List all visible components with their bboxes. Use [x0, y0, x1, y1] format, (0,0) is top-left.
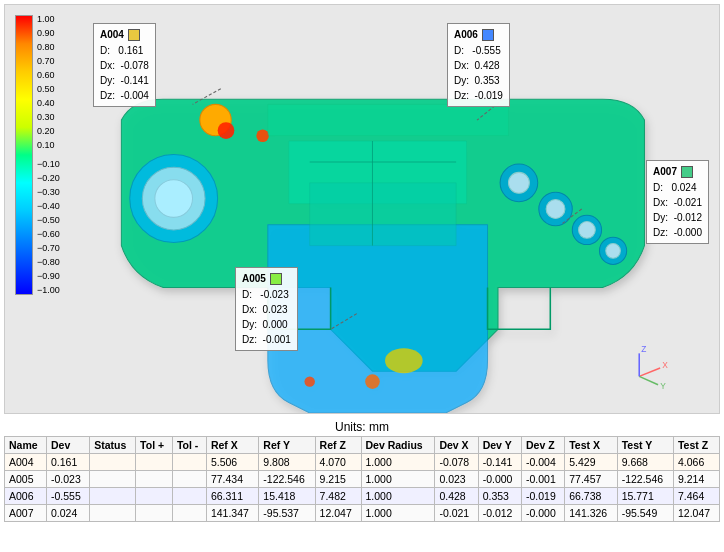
ann-a004-swatch: [128, 29, 140, 41]
cell-devx: 0.023: [435, 471, 478, 488]
cell-tolplus: [136, 471, 173, 488]
cell-devz: -0.019: [521, 488, 564, 505]
cell-devz: -0.001: [521, 471, 564, 488]
ann-a005-dy: Dy: 0.000: [242, 317, 291, 332]
ann-a006-dz: Dz: -0.019: [454, 88, 503, 103]
legend-label: −0.80: [37, 258, 60, 267]
legend-label: −0.20: [37, 174, 60, 183]
cell-testz: 4.066: [673, 454, 719, 471]
col-status: Status: [90, 437, 136, 454]
svg-line-25: [639, 376, 658, 384]
cell-name: A006: [5, 488, 47, 505]
cell-name: A007: [5, 505, 47, 522]
table-row: A0070.024141.347-95.53712.0471.000-0.021…: [5, 505, 720, 522]
legend-label: 0.40: [37, 99, 60, 108]
ann-a004-dx: Dx: -0.078: [100, 58, 149, 73]
legend-label: 0.20: [37, 127, 60, 136]
cell-refy: 15.418: [259, 488, 315, 505]
cell-tolminus: [172, 505, 206, 522]
ann-a007-dx: Dx: -0.021: [653, 195, 702, 210]
cell-dev: 0.161: [46, 454, 89, 471]
col-ref-z: Ref Z: [315, 437, 361, 454]
units-label: Units: mm: [0, 418, 724, 436]
legend-bar: [15, 15, 33, 295]
legend-label: 0.60: [37, 71, 60, 80]
legend-label: 0.80: [37, 43, 60, 52]
svg-text:Z: Z: [641, 344, 646, 354]
cell-testz: 7.464: [673, 488, 719, 505]
ann-a005-id: A005: [242, 271, 266, 286]
cell-devy: 0.353: [478, 488, 521, 505]
ann-a006-swatch: [482, 29, 494, 41]
legend-label: 0.10: [37, 141, 60, 150]
svg-point-5: [508, 172, 529, 193]
cell-devradius: 1.000: [361, 488, 435, 505]
data-table-container[interactable]: Name Dev Status Tol + Tol - Ref X Ref Y …: [4, 436, 720, 548]
viewport-area: 1.00 0.90 0.80 0.70 0.60 0.50 0.40 0.30 …: [4, 4, 720, 414]
cell-refz: 4.070: [315, 454, 361, 471]
ann-a005-dz: Dz: -0.001: [242, 332, 291, 347]
table-body: A0040.1615.5069.8084.0701.000-0.078-0.14…: [5, 454, 720, 522]
cell-tolminus: [172, 454, 206, 471]
cell-refz: 7.482: [315, 488, 361, 505]
svg-point-16: [385, 348, 423, 373]
svg-point-9: [579, 222, 596, 239]
ann-a005-d: D: -0.023: [242, 287, 291, 302]
cell-tolminus: [172, 488, 206, 505]
cell-devx: -0.078: [435, 454, 478, 471]
legend-labels: 1.00 0.90 0.80 0.70 0.60 0.50 0.40 0.30 …: [37, 15, 60, 295]
cell-status: [90, 488, 136, 505]
cell-refy: -95.537: [259, 505, 315, 522]
cell-dev: 0.024: [46, 505, 89, 522]
ann-a007-dy: Dy: -0.012: [653, 210, 702, 225]
cell-dev: -0.023: [46, 471, 89, 488]
cell-refz: 9.215: [315, 471, 361, 488]
cell-testx: 141.326: [565, 505, 617, 522]
cell-refx: 66.311: [206, 488, 258, 505]
legend-label: −0.90: [37, 272, 60, 281]
table-row: A005-0.02377.434-122.5469.2151.0000.023-…: [5, 471, 720, 488]
col-dev-radius: Dev Radius: [361, 437, 435, 454]
col-test-z: Test Z: [673, 437, 719, 454]
cell-testz: 12.047: [673, 505, 719, 522]
ann-a006-d: D: -0.555: [454, 43, 503, 58]
table-header-row: Name Dev Status Tol + Tol - Ref X Ref Y …: [5, 437, 720, 454]
cell-testy: -122.546: [617, 471, 673, 488]
annotation-a007: A007 D: 0.024 Dx: -0.021 Dy: -0.012 Dz: …: [646, 160, 709, 244]
ann-a006-dy: Dy: 0.353: [454, 73, 503, 88]
legend-label: −0.10: [37, 160, 60, 169]
col-tol-minus: Tol -: [172, 437, 206, 454]
svg-point-15: [304, 376, 314, 386]
cell-devy: -0.000: [478, 471, 521, 488]
svg-point-7: [546, 200, 565, 219]
ann-a005-dx: Dx: 0.023: [242, 302, 291, 317]
legend-label: 1.00: [37, 15, 60, 24]
cell-testy: 9.668: [617, 454, 673, 471]
col-name: Name: [5, 437, 47, 454]
cell-name: A005: [5, 471, 47, 488]
col-tol-plus: Tol +: [136, 437, 173, 454]
svg-text:X: X: [662, 360, 668, 370]
ann-a007-d: D: 0.024: [653, 180, 702, 195]
col-dev-y: Dev Y: [478, 437, 521, 454]
cell-testx: 5.429: [565, 454, 617, 471]
col-dev-x: Dev X: [435, 437, 478, 454]
cell-status: [90, 454, 136, 471]
cell-tolplus: [136, 488, 173, 505]
svg-line-23: [639, 368, 660, 376]
cell-tolplus: [136, 505, 173, 522]
table-row: A0040.1615.5069.8084.0701.000-0.078-0.14…: [5, 454, 720, 471]
ann-a007-swatch: [681, 166, 693, 178]
cell-name: A004: [5, 454, 47, 471]
col-ref-y: Ref Y: [259, 437, 315, 454]
legend-label: −0.30: [37, 188, 60, 197]
ann-a006-id: A006: [454, 27, 478, 42]
cell-devz: -0.000: [521, 505, 564, 522]
cell-tolminus: [172, 471, 206, 488]
svg-point-14: [365, 374, 380, 389]
svg-point-13: [256, 129, 269, 142]
cell-devradius: 1.000: [361, 454, 435, 471]
data-table: Name Dev Status Tol + Tol - Ref X Ref Y …: [4, 436, 720, 522]
cell-status: [90, 505, 136, 522]
annotation-a004: A004 D: 0.161 Dx: -0.078 Dy: -0.141 Dz: …: [93, 23, 156, 107]
